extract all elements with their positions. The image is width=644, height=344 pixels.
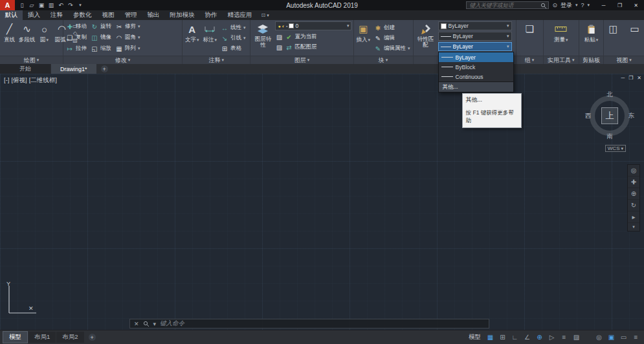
panel-label-view[interactable]: 视图▾ [604, 56, 644, 64]
linetype-option-continuous[interactable]: Continuous [439, 72, 513, 81]
set-current-tool[interactable]: ▨ ✔ 置为当前 [275, 32, 351, 42]
tab-annotate[interactable]: 注释 [45, 10, 68, 20]
new-drawing-tab-button[interactable]: + [101, 65, 108, 72]
signin-arrow-icon[interactable]: ▾ [575, 3, 578, 8]
viewcube[interactable]: 北 西 东 南 上 [584, 91, 635, 141]
isolate-objects-icon[interactable]: ◎ [594, 332, 605, 343]
command-close-icon[interactable]: ✕ [134, 321, 139, 327]
group-tool[interactable]: ❏ [522, 21, 538, 56]
new-layout-button[interactable]: + [89, 334, 96, 341]
insert-block-tool[interactable]: ▣ 插入▾ [355, 21, 372, 56]
wcs-menu[interactable]: WCS▾ [605, 145, 626, 152]
viewport-view-control[interactable]: [俯视] [11, 76, 27, 85]
ortho-toggle-icon[interactable]: ∟ [509, 332, 520, 343]
minimize-button[interactable]: ─ [595, 0, 612, 10]
search-input[interactable] [467, 2, 548, 8]
save-icon[interactable]: ▣ [37, 1, 46, 10]
linetype-combo[interactable]: ByLayer ▾ ByLayer ByBlock [438, 42, 512, 51]
panel-label-annotation[interactable]: 注释▾ [183, 56, 250, 64]
linetype-option-other[interactable]: 其他... [439, 81, 513, 92]
viewcube-east[interactable]: 东 [628, 112, 635, 120]
nav-pan-icon[interactable]: ✚ [628, 177, 639, 188]
drawing-tab[interactable]: Drawing1* [51, 64, 96, 74]
layer-combo[interactable]: ● ◐ ▪ 0 ▾ [275, 21, 351, 30]
doc-minimize-button[interactable]: ─ [621, 75, 625, 81]
panel-label-block[interactable]: 块▾ [354, 56, 413, 64]
fillet-tool[interactable]: ◠圆角▾ [114, 32, 142, 43]
clean-screen-icon[interactable]: ▭ [618, 332, 629, 343]
viewport-config-tool[interactable]: ◫ [605, 21, 621, 56]
viewport-style-control[interactable]: [二维线框] [29, 76, 57, 85]
command-input[interactable]: 键入命令 [160, 319, 184, 328]
tab-featured-apps[interactable]: 精选应用 [223, 10, 258, 20]
rotate-tool[interactable]: ↻旋转 [89, 21, 113, 32]
lineweight-combo[interactable]: ByLayer ▾ [438, 32, 512, 41]
polyline-tool[interactable]: ∿ 多段线 [19, 21, 35, 56]
ribbon-display-toggle[interactable]: ⊡ ▾ [258, 10, 273, 20]
help-icon[interactable]: ? [581, 2, 584, 8]
object-snap-icon[interactable]: ⊕ [534, 332, 545, 343]
dimension-tool[interactable]: 标注▾ [202, 21, 219, 56]
lineweight-display-icon[interactable]: ≡ [559, 332, 570, 343]
new-file-icon[interactable]: ▯ [17, 1, 27, 10]
panel-label-utilities[interactable]: 实用工具▾ [544, 56, 579, 64]
command-line[interactable]: ✕ ▾ 键入命令 [129, 319, 489, 328]
tab-output[interactable]: 输出 [142, 10, 165, 20]
viewcube-top-face[interactable]: 上 [601, 107, 618, 124]
stretch-tool[interactable]: ↦拉伸 [65, 43, 88, 54]
nav-orbit-icon[interactable]: ↻ [628, 200, 639, 211]
dynamic-input-icon[interactable]: ▷ [546, 332, 557, 343]
nav-wheel-icon[interactable]: ◎ [628, 165, 639, 177]
command-search-icon[interactable] [143, 321, 150, 327]
match-layer-tool[interactable]: ▨ ⇄ 匹配图层 [275, 42, 351, 52]
nav-more-arrow-icon[interactable]: ▾ [628, 223, 639, 231]
object-color-combo[interactable]: ByLayer ▾ [438, 21, 512, 30]
undo-icon[interactable]: ↶ [56, 1, 65, 10]
maximize-button[interactable]: ❐ [612, 0, 628, 10]
tab-collaborate[interactable]: 协作 [200, 10, 223, 20]
copy-tool[interactable]: ❏复制 [65, 32, 88, 43]
mirror-tool[interactable]: ◫镜像 [89, 32, 113, 43]
tab-manage[interactable]: 管理 [120, 10, 142, 20]
panel-label-draw[interactable]: 绘图▾ [0, 56, 63, 64]
open-file-icon[interactable]: ▱ [27, 1, 36, 10]
named-views-tool[interactable]: ▭ [627, 21, 643, 56]
space-mode-label[interactable]: 模型 [469, 333, 481, 341]
measure-tool[interactable]: 测量▾ [553, 21, 570, 56]
qat-customize-arrow-icon[interactable]: ▾ [76, 1, 85, 10]
drawing-area[interactable]: [-] [俯视] [二维线框] ─ ❐ ✕ 北 西 东 南 上 WCS▾ ◎ ✚… [0, 74, 644, 330]
viewcube-west[interactable]: 西 [585, 112, 592, 120]
polar-tracking-icon[interactable]: ∠ [522, 332, 533, 343]
help-arrow-icon[interactable]: ▾ [587, 3, 590, 8]
trim-tool[interactable]: ✂修剪▾ [114, 21, 142, 32]
paste-tool[interactable]: 粘贴▾ [583, 21, 600, 56]
snap-toggle-icon[interactable]: ⊞ [497, 332, 508, 343]
viewport-menu-control[interactable]: [-] [4, 76, 9, 85]
table-tool[interactable]: ⊞表格 [219, 43, 247, 54]
command-recent-arrow-icon[interactable]: ▾ [153, 321, 157, 327]
start-tab[interactable]: 开始 [0, 64, 50, 74]
tab-home[interactable]: 默认 [0, 10, 23, 20]
create-block-tool[interactable]: ✱创建 [373, 23, 412, 33]
viewcube-south[interactable]: 南 [606, 133, 613, 141]
doc-restore-button[interactable]: ❐ [628, 75, 633, 81]
redo-icon[interactable]: ↷ [66, 1, 75, 10]
grid-toggle-icon[interactable]: ▦ [485, 332, 496, 343]
transparency-icon[interactable]: ▨ [571, 332, 582, 343]
user-icon[interactable]: ⊙ [552, 2, 557, 8]
layer-properties-tool[interactable]: 图层特性 [252, 21, 274, 56]
leader-tool[interactable]: ↘引线▾ [219, 33, 247, 43]
linear-dim-tool[interactable]: ↔线性▾ [219, 23, 247, 33]
layout1-tab[interactable]: 布局1 [28, 332, 56, 343]
layout2-tab[interactable]: 布局2 [56, 332, 83, 343]
autocad-logo[interactable]: A [0, 0, 15, 10]
line-tool[interactable]: ╱ 直线 [1, 21, 17, 56]
tab-view[interactable]: 视图 [97, 10, 120, 20]
tab-insert[interactable]: 插入 [23, 10, 45, 20]
linetype-option-byblock[interactable]: ByBlock [439, 62, 513, 72]
nav-zoom-icon[interactable]: ⊕ [628, 188, 639, 200]
edit-block-tool[interactable]: ✎编辑 [373, 33, 412, 43]
linetype-option-bylayer[interactable]: ByLayer [439, 52, 513, 62]
tab-addins[interactable]: 附加模块 [165, 10, 200, 20]
plot-icon[interactable]: ▥ [47, 1, 56, 10]
